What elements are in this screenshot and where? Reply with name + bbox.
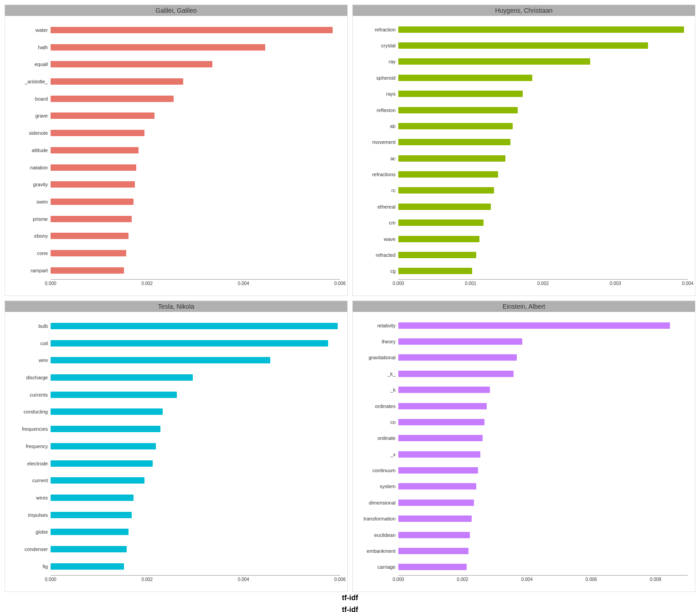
bar <box>51 546 127 552</box>
bar-label: condenser <box>7 546 48 552</box>
bar-row: board <box>51 94 340 103</box>
bar <box>398 107 518 113</box>
bar-row: natation <box>51 163 340 172</box>
chart-panel-huygens: Huygens, Christiaanrefractioncrystalrays… <box>352 5 695 296</box>
bar-label: equall <box>7 61 48 67</box>
bar-row: wire <box>51 356 340 365</box>
bar-label: frequencies <box>7 426 48 432</box>
bar <box>398 483 476 490</box>
bar <box>398 467 478 474</box>
bar-area-einstein: relativitytheorygravitational_k__kordina… <box>398 317 688 575</box>
x-tick: 0.002 <box>141 577 153 582</box>
bar-row: refracted <box>398 250 688 260</box>
bar <box>398 268 472 274</box>
bar-row: prisme <box>51 214 340 224</box>
chart-title-huygens: Huygens, Christiaan <box>353 5 695 16</box>
x-tick: 0.006 <box>586 577 597 582</box>
bar-label: swim <box>7 199 48 204</box>
chart-panel-einstein: Einstein, Albertrelativitytheorygravitat… <box>352 301 695 592</box>
bar-label: _aristotle_ <box>7 79 48 84</box>
bar <box>51 78 183 85</box>
bar-label: ac <box>355 156 396 161</box>
x-axis-label: tf-idf <box>0 592 700 604</box>
bar-label: carriage <box>355 564 396 570</box>
bar <box>51 357 270 363</box>
bar-row: sidenote <box>51 128 340 138</box>
bar <box>398 532 470 538</box>
bar <box>51 216 132 222</box>
bar <box>51 250 126 256</box>
bar <box>51 374 193 381</box>
x-tick: 0.004 <box>682 281 693 286</box>
bar-label: frequency <box>7 444 48 449</box>
bar-label: wave <box>355 236 396 242</box>
bar <box>51 392 177 398</box>
bar-row: cg <box>398 266 688 275</box>
bar-label: refractions <box>355 172 396 177</box>
bar-row: fig <box>51 562 340 571</box>
bar <box>398 515 472 522</box>
bar-label: refraction <box>355 27 396 32</box>
bar <box>51 164 136 171</box>
bar-row: coil <box>51 339 340 348</box>
bar <box>51 267 124 274</box>
bar-row: ethereal <box>398 202 688 211</box>
bar <box>51 340 328 347</box>
bar-row: _x <box>398 450 688 459</box>
bar-row: refractions <box>398 170 688 179</box>
bar <box>398 75 532 81</box>
bar-label: refracted <box>355 252 396 258</box>
x-tick: 0.004 <box>521 577 533 582</box>
bar-row: crystal <box>398 41 688 50</box>
bar-row: altitude <box>51 146 340 155</box>
bar-row: carriage <box>398 562 688 571</box>
chart-title-tesla: Tesla, Nikola <box>5 301 347 312</box>
x-tick: 0.000 <box>392 281 404 286</box>
bar-label: gravitational <box>355 355 396 360</box>
bar-label: prisme <box>7 216 48 222</box>
bar <box>398 252 476 258</box>
bar-label: coil <box>7 341 48 346</box>
bar-row: ray <box>398 57 688 66</box>
bar-label: grave <box>7 113 48 118</box>
bar <box>398 403 487 409</box>
bar-label: rc <box>355 188 396 193</box>
x-tick: 0.002 <box>537 281 549 286</box>
bar-row: current <box>51 476 340 485</box>
bar <box>51 563 124 570</box>
bar <box>51 181 135 188</box>
bar <box>398 354 517 361</box>
bar-label: euclidean <box>355 532 396 538</box>
bar-row: co <box>398 418 688 427</box>
chart-title-galilei: Galilei, Galileo <box>5 5 347 16</box>
bar-row: condenser <box>51 545 340 554</box>
bar-label: theory <box>355 339 396 344</box>
bar <box>51 323 338 329</box>
x-axis: 0.0000.0020.0040.0060.008 <box>398 575 688 592</box>
bar-row: gravitational <box>398 353 688 362</box>
bar <box>398 123 513 129</box>
chart-content-huygens: refractioncrystalrayspheroidraysreflexio… <box>353 18 695 296</box>
bar-label: _x <box>355 452 396 457</box>
bar-label: current <box>7 478 48 483</box>
bottom-x-label: tf-idf <box>0 604 700 612</box>
bar-label: continuum <box>355 468 396 473</box>
bar-row: bulb <box>51 321 340 331</box>
bar-label: sidenote <box>7 130 48 136</box>
bar-row: continuum <box>398 466 688 475</box>
bar-row: swim <box>51 197 340 206</box>
chart-content-tesla: bulbcoilwiredischargecurrentsconductingf… <box>5 314 347 592</box>
bar-row: ordinate <box>398 434 688 443</box>
bar-row: hath <box>51 43 340 52</box>
bar-label: cone <box>7 250 48 256</box>
bar-row: relativity <box>398 321 688 330</box>
bar-label: globe <box>7 529 48 535</box>
bar-area-tesla: bulbcoilwiredischargecurrentsconductingf… <box>51 317 340 575</box>
bar-label: board <box>7 96 48 102</box>
x-tick: 0.004 <box>238 577 249 582</box>
bar <box>398 236 479 242</box>
bar <box>398 139 510 145</box>
bar <box>51 529 129 535</box>
bar <box>51 426 160 432</box>
bar <box>51 408 163 415</box>
